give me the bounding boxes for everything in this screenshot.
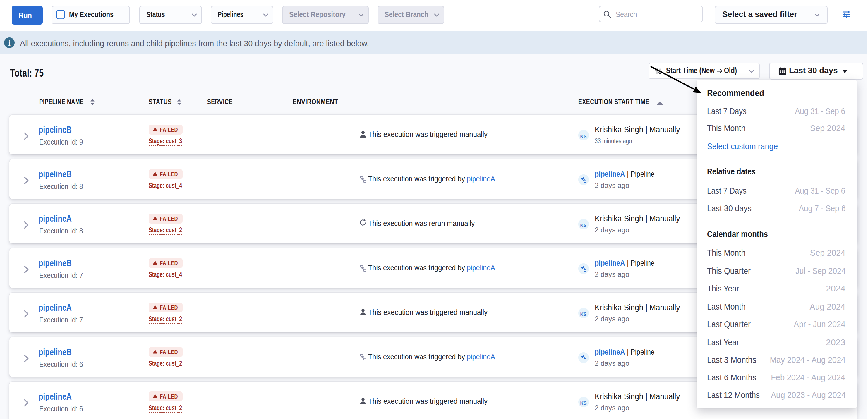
svg-text:i: i: [8, 39, 10, 47]
